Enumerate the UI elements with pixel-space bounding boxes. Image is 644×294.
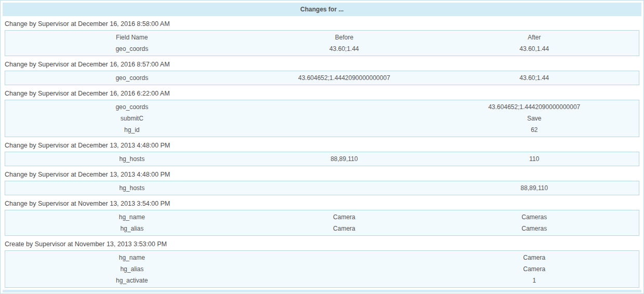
changelog-panel: Changes for ... Change by Supervisor at …	[0, 0, 644, 294]
change-entries-list: Change by Supervisor at December 16, 201…	[3, 18, 641, 288]
field-name-cell: hg_id	[5, 124, 259, 136]
change-row: hg_aliasCamera	[5, 263, 639, 275]
change-row: hg_activate1	[5, 275, 639, 286]
change-table: hg_hosts88,89,110110	[5, 152, 639, 166]
change-row: hg_hosts88,89,110	[5, 182, 639, 194]
change-table: hg_nameCameraCamerashg_aliasCameraCamera…	[5, 210, 639, 236]
field-name-cell: hg_hosts	[5, 182, 259, 194]
before-cell	[259, 101, 430, 113]
change-entry-header: Change by Supervisor at November 13, 201…	[3, 197, 641, 210]
field-name-cell: Field Name	[5, 32, 259, 43]
field-name-cell: geo_coords	[5, 72, 259, 84]
before-cell	[259, 263, 430, 275]
change-entry-header: Change by Supervisor at December 16, 201…	[3, 58, 641, 71]
field-name-cell: submitC	[5, 113, 259, 124]
after-cell: 43.60,1.44	[430, 43, 639, 55]
after-cell: 62	[430, 124, 639, 136]
change-table: Field NameBeforeAftergeo_coords43.60;1.4…	[5, 30, 639, 56]
change-row: hg_nameCameraCameras	[5, 211, 639, 223]
field-name-cell: hg_hosts	[5, 153, 259, 165]
change-row: geo_coords43.60;1.4443.60,1.44	[5, 43, 639, 55]
field-name-cell: hg_alias	[5, 223, 259, 234]
field-name-cell: hg_name	[5, 252, 259, 263]
change-row: hg_hosts88,89,110110	[5, 153, 639, 165]
after-cell: Cameras	[430, 223, 639, 234]
after-cell: Save	[430, 113, 639, 124]
after-cell: 1	[430, 275, 639, 286]
change-table: hg_hosts88,89,110	[5, 181, 639, 195]
field-name-cell: hg_name	[5, 211, 259, 223]
panel-title: Changes for ...	[3, 3, 641, 16]
panel-footer-bar	[3, 290, 641, 292]
change-entry-header: Change by Supervisor at December 16, 201…	[3, 18, 641, 30]
change-row: geo_coords43.604652;1.444209000000000743…	[5, 72, 639, 84]
change-entry-header: Change by Supervisor at December 13, 201…	[3, 139, 641, 152]
change-row: hg_nameCamera	[5, 252, 639, 263]
before-cell	[259, 275, 430, 286]
change-table: geo_coords43.604652;1.4442090000000007su…	[5, 100, 639, 137]
change-table: geo_coords43.604652;1.444209000000000743…	[5, 71, 639, 85]
change-row: geo_coords43.604652;1.4442090000000007	[5, 101, 639, 113]
change-row: submitCSave	[5, 113, 639, 124]
after-cell: Cameras	[430, 211, 639, 223]
before-cell	[259, 252, 430, 263]
after-cell: 110	[430, 153, 639, 165]
before-cell	[259, 124, 430, 136]
before-cell: 88,89,110	[259, 153, 430, 165]
field-name-cell: hg_alias	[5, 263, 259, 275]
column-header-row: Field NameBeforeAfter	[5, 32, 639, 43]
before-cell	[259, 113, 430, 124]
change-row: hg_aliasCameraCameras	[5, 223, 639, 234]
field-name-cell: geo_coords	[5, 43, 259, 55]
after-cell: 88,89,110	[430, 182, 639, 194]
after-cell: Camera	[430, 252, 639, 263]
change-entry-header: Change by Supervisor at December 13, 201…	[3, 168, 641, 181]
before-cell: Before	[259, 32, 430, 43]
field-name-cell: geo_coords	[5, 101, 259, 113]
before-cell	[259, 182, 430, 194]
change-entry-header: Change by Supervisor at December 16, 201…	[3, 87, 641, 100]
before-cell: Camera	[259, 223, 430, 234]
change-entry-header: Create by Supervisor at November 13, 201…	[3, 238, 641, 250]
before-cell: Camera	[259, 211, 430, 223]
change-table: hg_nameCamerahg_aliasCamerahg_activate1	[5, 250, 639, 288]
after-cell: 43.60;1.44	[430, 72, 639, 84]
field-name-cell: hg_activate	[5, 275, 259, 286]
after-cell: After	[430, 32, 639, 43]
before-cell: 43.60;1.44	[259, 43, 430, 55]
change-row: hg_id62	[5, 124, 639, 136]
after-cell: Camera	[430, 263, 639, 275]
after-cell: 43.604652;1.4442090000000007	[430, 101, 639, 113]
before-cell: 43.604652;1.4442090000000007	[259, 72, 430, 84]
